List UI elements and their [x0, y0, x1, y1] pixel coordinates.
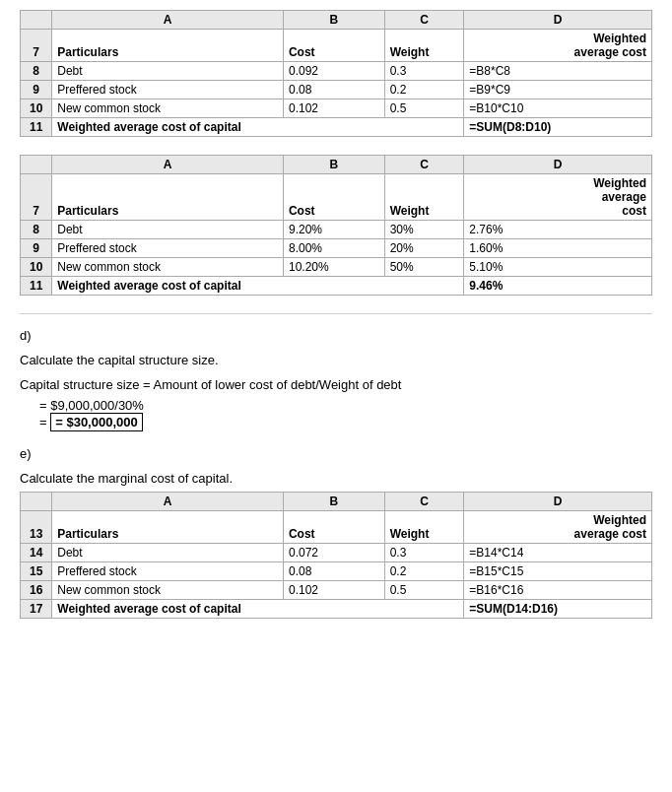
preferred-label: Preffered stock [52, 81, 284, 99]
new-common-weight: 0.5 [384, 581, 464, 600]
table-row: 14 Debt 0.072 0.3 =B14*C14 [21, 544, 652, 562]
row-num: 14 [21, 544, 52, 562]
col-c-header: C [384, 493, 464, 511]
row-num: 11 [21, 118, 52, 137]
section-d-line2: Capital structure size = Amount of lower… [20, 377, 652, 392]
table-row: 16 New common stock 0.102 0.5 =B16*C16 [21, 581, 652, 600]
row-num: 8 [21, 221, 52, 239]
particulars-label: Particulars [52, 174, 284, 221]
particulars-label: Particulars [52, 511, 284, 544]
wacc-label: Weighted average cost of capital [52, 600, 464, 619]
col-c-header: C [384, 156, 464, 174]
preferred-cost: 0.08 [283, 562, 384, 581]
new-common-formula: =B16*C16 [464, 581, 652, 600]
col-c-header: C [384, 11, 464, 30]
section-e-line1: Calculate the marginal cost of capital. [20, 471, 652, 486]
row-num: 17 [21, 600, 52, 619]
row-num: 10 [21, 258, 52, 277]
wacc-formula: =SUM(D8:D10) [464, 118, 652, 137]
corner-header [21, 156, 52, 174]
new-common-label: New common stock [52, 99, 284, 118]
row-num: 7 [21, 174, 52, 221]
weighted-avg-header: Weightedaveragecost [464, 174, 652, 221]
preferred-formula: =B15*C15 [464, 562, 652, 581]
new-common-formula: =B10*C10 [464, 99, 652, 118]
section-d-letter: d) [20, 328, 652, 343]
corner-header [21, 493, 52, 511]
col-a-header: A [52, 156, 284, 174]
cost-label: Cost [283, 30, 384, 62]
table-row: 17 Weighted average cost of capital =SUM… [21, 600, 652, 619]
section-d-line3: = $9,000,000/30% [39, 398, 652, 413]
preferred-cost: 0.08 [283, 81, 384, 99]
section-e-letter: e) [20, 446, 652, 461]
row-num: 9 [21, 81, 52, 99]
section-d-line4: = = $30,000,000 [39, 413, 652, 431]
table-row: 11 Weighted average cost of capital =SUM… [21, 118, 652, 137]
debt-weight: 30% [384, 221, 464, 239]
table-row: 11 Weighted average cost of capital 9.46… [21, 277, 652, 296]
new-common-wac: 5.10% [464, 258, 652, 277]
table-row: 8 Debt 9.20% 30% 2.76% [21, 221, 652, 239]
table-row: 13 Particulars Cost Weight Weighted aver… [21, 511, 652, 544]
preferred-wac: 1.60% [464, 239, 652, 258]
debt-label: Debt [52, 221, 284, 239]
particulars-label: Particulars [52, 30, 284, 62]
table-row: 10 New common stock 0.102 0.5 =B10*C10 [21, 99, 652, 118]
weight-label: Weight [384, 30, 464, 62]
row-num: 13 [21, 511, 52, 544]
table1: A B C D 7 Particulars Cost Weight Weight… [20, 10, 652, 137]
table-row: 7 Particulars Cost Weight Weighted avera… [21, 30, 652, 62]
col-d-header: D [464, 156, 652, 174]
section-d: d) Calculate the capital structure size.… [20, 328, 652, 431]
col-b-header: B [283, 493, 384, 511]
col-d-header: D [464, 11, 652, 30]
new-common-label: New common stock [52, 581, 284, 600]
row-num: 16 [21, 581, 52, 600]
section-e: e) Calculate the marginal cost of capita… [20, 446, 652, 486]
col-a-header: A [52, 11, 284, 30]
table-row: 7 Particulars Cost Weight Weightedaverag… [21, 174, 652, 221]
new-common-weight: 50% [384, 258, 464, 277]
weight-label: Weight [384, 511, 464, 544]
debt-cost: 0.072 [283, 544, 384, 562]
table1-wrapper: A B C D 7 Particulars Cost Weight Weight… [20, 10, 652, 137]
preferred-weight: 0.2 [384, 81, 464, 99]
debt-cost: 9.20% [283, 221, 384, 239]
new-common-label: New common stock [52, 258, 284, 277]
new-common-cost: 10.20% [283, 258, 384, 277]
cost-label: Cost [283, 511, 384, 544]
weighted-avg-label: Weighted average cost [464, 30, 652, 62]
new-common-cost: 0.102 [283, 581, 384, 600]
new-common-weight: 0.5 [384, 99, 464, 118]
table-row: 9 Preffered stock 0.08 0.2 =B9*C9 [21, 81, 652, 99]
preferred-weight: 0.2 [384, 562, 464, 581]
col-d-header: D [464, 493, 652, 511]
t3-header-d2: average cost [574, 527, 646, 541]
table2-wrapper: A B C D 7 Particulars Cost Weight Weight… [20, 155, 652, 296]
row-num: 8 [21, 62, 52, 81]
wacc-label: Weighted average cost of capital [52, 118, 464, 137]
row-num: 11 [21, 277, 52, 296]
preferred-weight: 20% [384, 239, 464, 258]
debt-formula: =B14*C14 [464, 544, 652, 562]
new-common-cost: 0.102 [283, 99, 384, 118]
row-num: 15 [21, 562, 52, 581]
table2: A B C D 7 Particulars Cost Weight Weight… [20, 155, 652, 296]
table-row: 9 Preffered stock 8.00% 20% 1.60% [21, 239, 652, 258]
corner-header [21, 11, 52, 30]
weight-label: Weight [384, 174, 464, 221]
wacc-formula: =SUM(D14:D16) [464, 600, 652, 619]
header-d-line1: Weighted [593, 32, 646, 45]
wacc-label: Weighted average cost of capital [52, 277, 464, 296]
cost-label: Cost [283, 174, 384, 221]
preferred-cost: 8.00% [283, 239, 384, 258]
preferred-label: Preffered stock [52, 562, 284, 581]
section-divider [20, 313, 652, 314]
debt-formula: =B8*C8 [464, 62, 652, 81]
debt-weight: 0.3 [384, 62, 464, 81]
table-row: 15 Preffered stock 0.08 0.2 =B15*C15 [21, 562, 652, 581]
row-num: 7 [21, 30, 52, 62]
table-row: 10 New common stock 10.20% 50% 5.10% [21, 258, 652, 277]
preferred-label: Preffered stock [52, 239, 284, 258]
